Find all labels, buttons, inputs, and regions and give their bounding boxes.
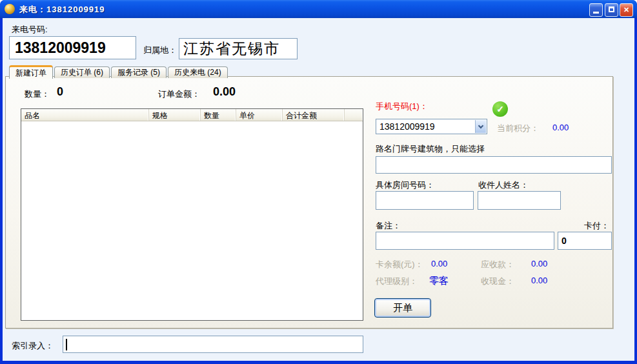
quantity-label: 数量： [25,88,50,100]
tab-history-orders[interactable]: 历史订单 (6) [54,66,110,78]
amount-value: 0.00 [213,85,236,99]
close-icon: ✕ [623,6,629,14]
receivable-value: 0.00 [531,259,547,268]
minimize-icon [593,12,599,14]
minimize-button[interactable] [589,3,603,17]
address-input[interactable] [376,156,612,174]
phone-combobox-value: 13812009919 [379,121,435,132]
column-header-quantity[interactable]: 数量 [201,109,236,121]
room-input[interactable] [376,191,474,210]
cash-value: 0.00 [531,276,547,285]
column-header-item-name[interactable]: 品名 [21,109,149,121]
recipient-input[interactable] [478,191,561,210]
quantity-value: 0 [57,85,63,99]
location-label: 归属地： [143,45,177,56]
remark-label: 备注： [376,220,401,232]
table-header-row: 品名 规格 数量 单价 合计金额 [21,109,363,121]
chevron-down-icon [478,123,483,128]
recipient-label: 收件人姓名： [478,179,529,191]
card-balance-value: 0.00 [431,259,447,268]
tab-call-history[interactable]: 历史来电 (24) [168,66,228,78]
maximize-icon [609,6,614,12]
order-items-table: 品名 规格 数量 单价 合计金额 [21,108,363,321]
app-icon [5,4,15,14]
open-order-button[interactable]: 开单 [374,298,431,318]
column-header-unit-price[interactable]: 单价 [236,109,283,121]
receivable-label: 应收款： [481,259,514,270]
location-input[interactable] [179,39,297,59]
tab-service-records[interactable]: 服务记录 (5) [111,66,167,78]
caller-number-box[interactable] [9,36,136,59]
card-balance-label: 卡余额(元)： [376,259,423,270]
column-header-stub [345,109,363,121]
agent-level-label: 代理级别： [376,276,418,287]
amount-label: 订单金额： [158,88,200,100]
titlebar: 来电：13812009919 ✕ [0,0,637,18]
points-value: 0.00 [552,123,569,132]
agent-level-value: 零客 [429,275,449,287]
caller-number-input[interactable] [10,37,136,59]
table-body-empty[interactable] [21,121,363,321]
location-box[interactable] [179,38,298,59]
address-label: 路名门牌号建筑物，只能选择 [376,143,485,155]
index-entry-input[interactable] [63,336,363,353]
phone-combobox[interactable]: 13812009919 [376,119,487,134]
text-caret [66,339,67,350]
tabstrip: 新建订单 历史订单 (6) 服务记录 (5) 历史来电 (24) [9,65,229,78]
combobox-dropdown-button[interactable] [475,120,486,133]
column-header-spec[interactable]: 规格 [149,109,201,121]
index-entry-label: 索引录入： [12,340,54,352]
phone-label: 手机号码(1)： [376,101,428,112]
remark-input[interactable] [376,232,554,250]
card-pay-label: 卡付： [584,220,609,232]
card-pay-input[interactable] [558,232,612,250]
cash-label: 收现金： [481,276,514,287]
points-label: 当前积分： [497,123,539,134]
room-label: 具体房间号码： [376,179,434,191]
green-check-icon: ✓ [492,101,508,117]
column-header-total[interactable]: 合计金额 [283,109,345,121]
caller-number-label: 来电号码: [12,24,48,35]
tab-new-order[interactable]: 新建订单 [9,65,53,79]
close-button[interactable]: ✕ [620,3,633,17]
maximize-button[interactable] [605,3,618,17]
app-window: 来电：13812009919 ✕ 来电号码: 归属地： 新建订单 历史订单 (6… [0,0,637,364]
window-title: 来电：13812009919 [19,4,105,15]
